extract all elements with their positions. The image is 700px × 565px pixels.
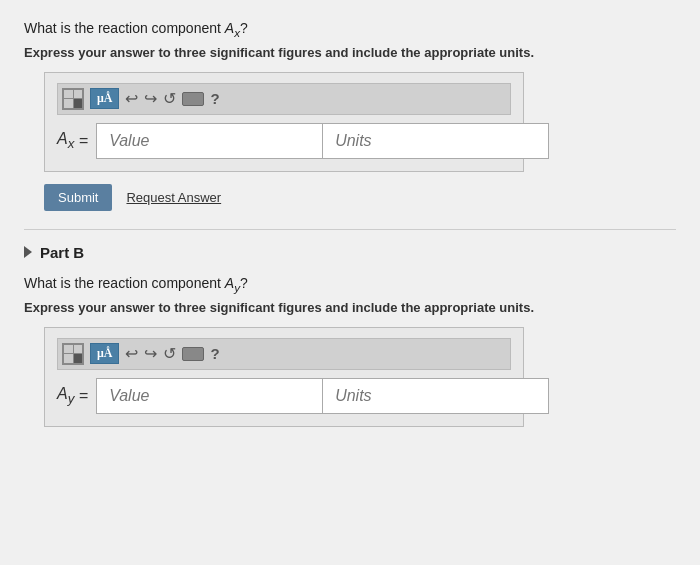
part-a-question: What is the reaction component Ax?: [24, 20, 676, 39]
part-a-label-sub: x: [68, 136, 75, 151]
section-divider: [24, 229, 676, 230]
keyboard-icon[interactable]: [182, 92, 204, 106]
part-a-input-row: Ax =: [57, 123, 511, 159]
part-a-toolbar: μÅ ↩ ↪ ↺ ?: [57, 83, 511, 115]
part-a-label: Ax =: [57, 123, 88, 159]
mu-button-b[interactable]: μÅ: [90, 343, 119, 364]
part-a-value-input[interactable]: [96, 123, 323, 159]
keyboard-icon-b[interactable]: [182, 347, 204, 361]
mu-button[interactable]: μÅ: [90, 88, 119, 109]
undo-button-b[interactable]: ↩: [125, 344, 138, 363]
grid-icon-b[interactable]: [62, 343, 84, 365]
part-a-instruction: Express your answer to three significant…: [24, 45, 676, 60]
part-b-instruction: Express your answer to three significant…: [24, 300, 676, 315]
part-b-label-eq: Ay =: [57, 378, 88, 414]
part-b-answer-box: μÅ ↩ ↪ ↺ ? Ay =: [44, 327, 524, 427]
collapse-icon[interactable]: [24, 246, 32, 258]
undo-button[interactable]: ↩: [125, 89, 138, 108]
part-b-input-row: Ay =: [57, 378, 511, 414]
part-a-answer-box: μÅ ↩ ↪ ↺ ? Ax =: [44, 72, 524, 172]
redo-button-b[interactable]: ↪: [144, 344, 157, 363]
part-a-units-input[interactable]: [323, 123, 549, 159]
grid-icon[interactable]: [62, 88, 84, 110]
redo-button[interactable]: ↪: [144, 89, 157, 108]
part-b-toolbar: μÅ ↩ ↪ ↺ ?: [57, 338, 511, 370]
part-b-label: Part B: [40, 244, 84, 261]
part-b-label-sub: y: [68, 391, 75, 406]
part-b-question: What is the reaction component Ay?: [24, 275, 676, 294]
part-b-value-input[interactable]: [96, 378, 323, 414]
help-button[interactable]: ?: [210, 90, 219, 107]
refresh-button[interactable]: ↺: [163, 89, 176, 108]
refresh-button-b[interactable]: ↺: [163, 344, 176, 363]
help-button-b[interactable]: ?: [210, 345, 219, 362]
submit-button[interactable]: Submit: [44, 184, 112, 211]
request-answer-button[interactable]: Request Answer: [126, 190, 221, 205]
part-a-buttons: Submit Request Answer: [44, 184, 676, 211]
part-b-units-input[interactable]: [323, 378, 549, 414]
part-b-header: Part B: [24, 244, 676, 261]
